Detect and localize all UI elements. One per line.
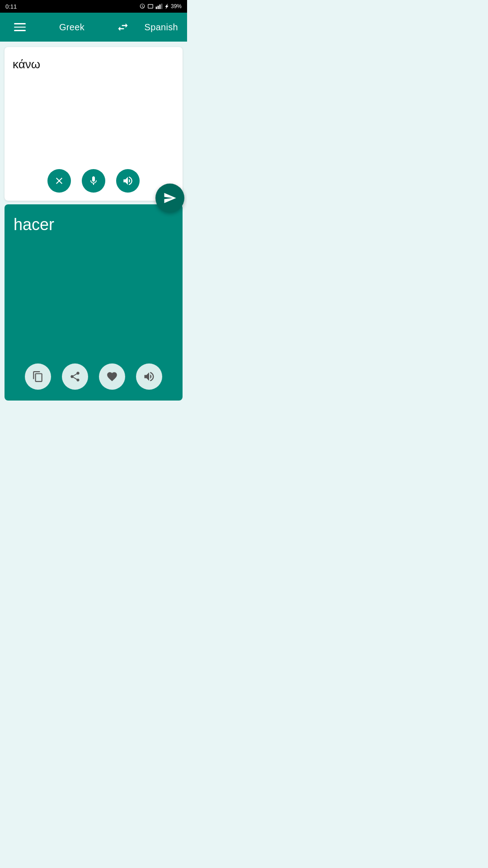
status-time: 0:11	[5, 3, 17, 10]
share-icon	[69, 371, 81, 382]
microphone-button[interactable]	[82, 169, 105, 193]
copy-button[interactable]	[25, 363, 51, 390]
charging-icon	[164, 3, 169, 9]
volume-output-icon	[143, 370, 155, 383]
swap-languages-button[interactable]	[115, 19, 131, 35]
status-bar: 0:11 39%	[0, 0, 187, 13]
close-icon	[54, 175, 65, 186]
source-text-input[interactable]	[5, 47, 183, 163]
heart-icon	[106, 371, 118, 382]
swap-icon	[117, 21, 129, 33]
alarm-icon	[139, 3, 145, 9]
favorite-button[interactable]	[99, 363, 125, 390]
sim-icon	[147, 3, 154, 9]
volume-icon	[122, 175, 134, 187]
target-language-button[interactable]: Spanish	[133, 22, 178, 33]
svg-rect-1	[158, 6, 159, 9]
share-button[interactable]	[62, 363, 88, 390]
output-actions	[5, 357, 183, 401]
main-content: hacer	[0, 42, 187, 405]
source-language-button[interactable]: Greek	[31, 22, 113, 33]
svg-rect-2	[160, 5, 161, 9]
status-icons: 39%	[139, 3, 182, 9]
target-language-label: Spanish	[145, 22, 178, 33]
copy-icon	[32, 371, 44, 382]
output-section: hacer	[5, 204, 183, 401]
hamburger-icon[interactable]	[14, 23, 26, 31]
svg-rect-3	[161, 4, 163, 9]
mic-icon	[88, 175, 99, 186]
clear-button[interactable]	[47, 169, 71, 193]
speak-input-button[interactable]	[116, 169, 140, 193]
signal-icon	[155, 3, 163, 9]
svg-marker-4	[165, 4, 169, 9]
translate-button[interactable]	[155, 184, 184, 212]
battery-text: 39%	[171, 3, 182, 9]
svg-rect-0	[156, 7, 157, 9]
translated-text: hacer	[5, 204, 183, 357]
input-section	[5, 47, 183, 201]
toolbar: Greek Spanish	[0, 13, 187, 42]
source-language-label: Greek	[59, 22, 84, 33]
speak-output-button[interactable]	[136, 363, 162, 390]
menu-button[interactable]	[9, 23, 31, 31]
send-icon	[163, 191, 177, 205]
